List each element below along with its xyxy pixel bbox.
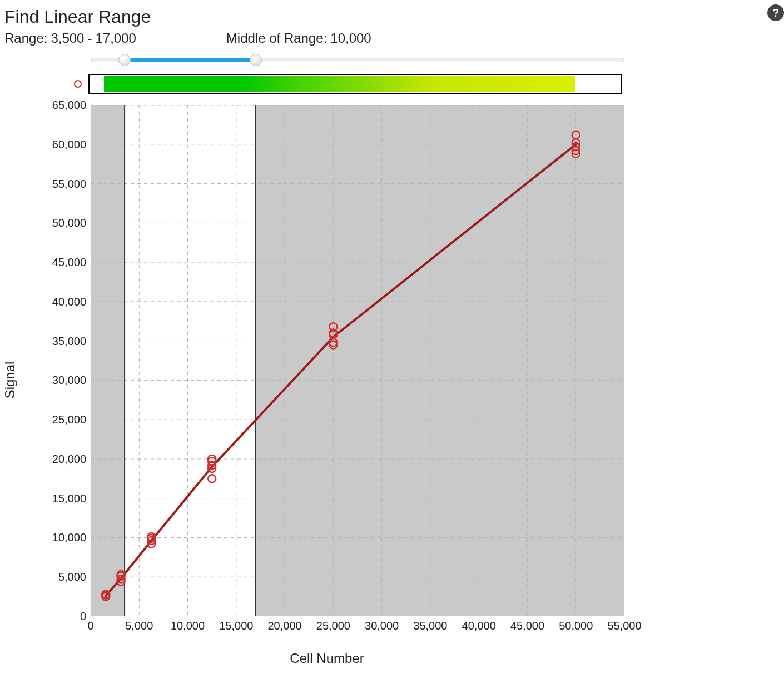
x-tick: 5,000 [125, 616, 153, 632]
y-tick: 5,000 [58, 571, 91, 583]
x-tick: 25,000 [316, 616, 350, 632]
range-summary: Range: 3,500 - 17,000 Middle of Range: 1… [4, 31, 780, 46]
range-slider[interactable] [91, 53, 624, 66]
y-tick: 30,000 [52, 374, 91, 387]
saturation-legend-icon [74, 80, 82, 88]
x-tick: 0 [87, 616, 93, 632]
slider-thumb-high[interactable] [250, 54, 262, 66]
y-tick: 20,000 [52, 452, 91, 465]
range-high: 17,000 [95, 31, 136, 46]
range-label: Range: [4, 31, 47, 46]
y-tick: 55,000 [52, 177, 91, 190]
x-tick: 55,000 [607, 616, 641, 632]
slider-selected-range [125, 58, 256, 62]
x-tick: 10,000 [171, 616, 205, 632]
saturation-bar-fill [104, 76, 575, 92]
svg-point-43 [208, 475, 216, 482]
y-tick: 15,000 [52, 492, 91, 505]
saturation-bar [88, 74, 622, 94]
x-tick: 20,000 [267, 616, 301, 632]
y-tick: 25,000 [52, 413, 91, 426]
range-low: 3,500 [51, 31, 84, 46]
x-axis-label: Cell Number [4, 651, 649, 666]
y-tick: 10,000 [52, 531, 91, 544]
y-tick: 35,000 [52, 334, 91, 347]
range-sep: - [87, 31, 92, 46]
x-tick: 45,000 [510, 616, 544, 632]
y-tick: 60,000 [52, 138, 91, 151]
range-mid-label: Middle of Range: [226, 31, 327, 46]
x-tick: 50,000 [559, 616, 593, 632]
svg-rect-0 [91, 105, 125, 616]
x-tick: 35,000 [413, 616, 447, 632]
x-tick: 15,000 [219, 616, 253, 632]
x-tick: 30,000 [365, 616, 399, 632]
y-tick: 40,000 [52, 295, 91, 308]
page-title: Find Linear Range [4, 7, 780, 27]
help-icon[interactable]: ? [767, 4, 784, 21]
y-axis-label: Signal [2, 362, 18, 399]
chart-plot-area: 05,00010,00015,00020,00025,00030,00035,0… [91, 105, 624, 616]
range-mid-value: 10,000 [330, 31, 371, 46]
x-tick: 40,000 [462, 616, 496, 632]
y-tick: 50,000 [52, 217, 91, 229]
y-tick: 65,000 [52, 99, 91, 112]
y-tick: 45,000 [52, 256, 91, 269]
slider-thumb-low[interactable] [118, 54, 131, 66]
